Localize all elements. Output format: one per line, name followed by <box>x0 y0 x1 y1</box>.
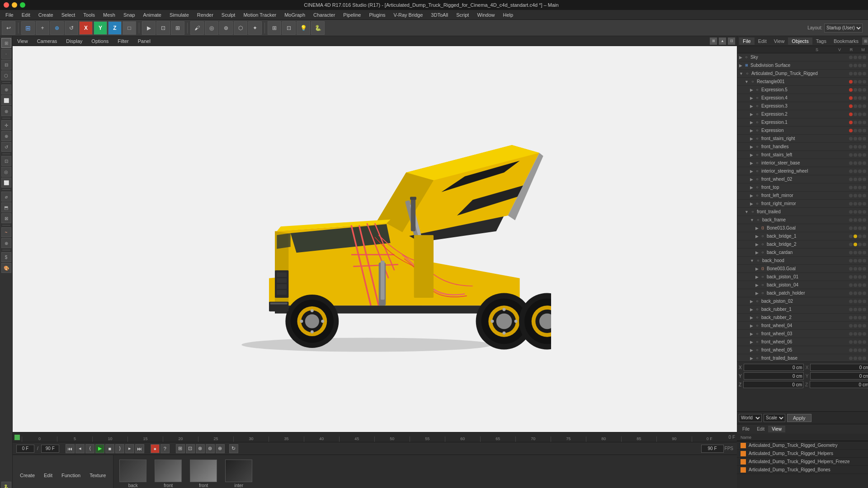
obj-dot-22-2[interactable] <box>858 235 862 238</box>
obj-dot-34-1[interactable] <box>854 332 857 336</box>
obj-item-26[interactable]: ▶⟨⟩Bone003.Goal <box>737 265 868 273</box>
prev-keyframe[interactable]: ⟨ <box>85 444 94 453</box>
obj-dot-30-2[interactable] <box>858 300 862 303</box>
record-settings[interactable]: ? <box>160 444 170 453</box>
sculpt-tool[interactable]: ◎ <box>205 21 218 35</box>
obj-dot-16-3[interactable] <box>863 186 866 189</box>
name-row-1[interactable]: Articulated_Dump_Truck_Rigged_Helpers <box>737 450 868 458</box>
polygon-tool[interactable]: ⬡ <box>234 21 247 35</box>
viewport-expand[interactable]: ⊞ <box>710 38 717 45</box>
obj-item-13[interactable]: ▶○interior_steer_base <box>737 159 868 167</box>
menu-item-animate[interactable]: Animate <box>140 11 165 19</box>
obj-item-21[interactable]: ▶⟨⟩Bone013.Goal <box>737 224 868 232</box>
menu-item-3dtoall[interactable]: 3DToAll <box>427 11 452 19</box>
material-front2[interactable]: front <box>188 460 219 488</box>
polygon-mode[interactable]: ⬡ <box>1 70 11 80</box>
br-tab-edit[interactable]: Edit <box>753 426 768 432</box>
snap-to-objects[interactable]: ◎ <box>1 167 11 177</box>
obj-dot-14-1[interactable] <box>854 169 857 173</box>
material-inter[interactable]: inter <box>223 460 255 488</box>
obj-dot-6-0[interactable] <box>849 104 853 108</box>
obj-dot-26-0[interactable] <box>849 267 853 271</box>
menu-item-v-ray-bridge[interactable]: V-Ray Bridge <box>390 11 427 19</box>
menu-item-simulate[interactable]: Simulate <box>166 11 193 19</box>
expand-arrow-20[interactable]: ▼ <box>750 218 754 222</box>
expand-arrow-28[interactable]: ▶ <box>755 283 759 287</box>
obj-dot-31-2[interactable] <box>858 308 862 311</box>
obj-dot-31-0[interactable] <box>849 308 853 311</box>
expand-arrow-11[interactable]: ▶ <box>750 145 753 149</box>
obj-item-11[interactable]: ▶○front_handles <box>737 143 868 151</box>
obj-dot-10-0[interactable] <box>849 137 853 141</box>
move-tool-left[interactable]: ✛ <box>1 120 11 130</box>
obj-dot-4-0[interactable] <box>849 88 853 92</box>
menu-item-tools[interactable]: Tools <box>80 11 99 19</box>
expand-arrow-8[interactable]: ▶ <box>750 120 753 125</box>
undo-button[interactable]: ↩ <box>2 21 15 35</box>
obj-dot-34-3[interactable] <box>863 332 866 336</box>
cb-create[interactable]: Create <box>16 472 38 479</box>
obj-dot-37-1[interactable] <box>854 357 857 360</box>
obj-dot-7-0[interactable] <box>849 113 853 116</box>
world-select[interactable]: World Object <box>739 414 762 422</box>
keyframe-auto[interactable]: ⊛ <box>206 444 215 453</box>
expand-arrow-30[interactable]: ▶ <box>750 299 753 304</box>
obj-dot-33-0[interactable] <box>849 324 853 328</box>
expand-arrow-1[interactable]: ▶ <box>739 63 742 68</box>
expand-arrow-3[interactable]: ▼ <box>745 80 749 84</box>
obj-dot-13-2[interactable] <box>858 161 862 165</box>
obj-dot-10-1[interactable] <box>854 137 857 141</box>
vt-filter[interactable]: Filter <box>115 38 131 45</box>
obj-dot-17-1[interactable] <box>854 194 857 197</box>
cb-function[interactable]: Function <box>58 472 84 479</box>
expand-arrow-21[interactable]: ▶ <box>755 226 759 230</box>
obj-dot-14-2[interactable] <box>858 169 862 173</box>
obj-dot-11-2[interactable] <box>858 145 862 149</box>
scale-tool[interactable]: ⊕ <box>50 21 64 35</box>
obj-item-15[interactable]: ▶○front_wheel_02 <box>737 175 868 183</box>
obj-dot-12-2[interactable] <box>858 153 862 157</box>
obj-item-36[interactable]: ▶○front_wheel_05 <box>737 346 868 354</box>
obj-dot-23-1[interactable] <box>854 243 857 246</box>
obj-dot-21-2[interactable] <box>858 226 862 230</box>
menu-item-sculpt[interactable]: Sculpt <box>218 11 239 19</box>
obj-dot-27-3[interactable] <box>863 275 866 279</box>
menu-item-plugins[interactable]: Plugins <box>365 11 389 19</box>
expand-arrow-16[interactable]: ▶ <box>750 185 753 190</box>
vt-view[interactable]: View <box>14 38 31 45</box>
play-button[interactable]: ▶ <box>95 444 104 453</box>
obj-dot-1-3[interactable] <box>863 64 866 67</box>
edge-mode[interactable]: ⊟ <box>1 60 11 70</box>
bridge-tool[interactable]: ⊠ <box>1 213 11 223</box>
obj-dot-35-3[interactable] <box>863 340 866 344</box>
layout-select[interactable]: Startup (User) <box>824 23 863 33</box>
obj-dot-12-0[interactable] <box>849 153 853 157</box>
dynamics-tool[interactable]: ⊕ <box>1 238 11 248</box>
obj-dot-4-3[interactable] <box>863 88 866 92</box>
obj-dot-14-3[interactable] <box>863 169 866 173</box>
obj-item-31[interactable]: ▶○back_rubber_1 <box>737 305 868 314</box>
expand-arrow-22[interactable]: ▶ <box>755 234 759 239</box>
obj-dot-17-3[interactable] <box>863 194 866 197</box>
expand-arrow-29[interactable]: ▶ <box>755 291 759 296</box>
menu-item-snap[interactable]: Snap <box>120 11 139 19</box>
menu-item-create[interactable]: Create <box>35 11 57 19</box>
expand-arrow-13[interactable]: ▶ <box>750 161 753 165</box>
obj-dot-15-3[interactable] <box>863 178 866 181</box>
paint-tool[interactable]: 🖌 <box>190 21 204 35</box>
obj-dot-9-1[interactable] <box>854 129 857 132</box>
obj-dot-15-2[interactable] <box>858 178 862 181</box>
obj-dot-15-1[interactable] <box>854 178 857 181</box>
obj-dot-32-0[interactable] <box>849 316 853 319</box>
python-btn[interactable]: 🐍 <box>311 21 325 35</box>
obj-dot-13-3[interactable] <box>863 161 866 165</box>
obj-dot-19-1[interactable] <box>854 210 857 214</box>
obj-item-23[interactable]: ▶○back_bridge_2 <box>737 240 868 249</box>
snapping-settings[interactable]: ⊡ <box>282 21 296 35</box>
menu-item-mograph[interactable]: MoGraph <box>281 11 309 19</box>
material-front[interactable]: front <box>152 460 184 488</box>
expand-arrow-24[interactable]: ▶ <box>755 250 759 255</box>
vt-display[interactable]: Display <box>63 38 85 45</box>
obj-dot-8-2[interactable] <box>858 121 862 124</box>
obj-item-30[interactable]: ▶○back_piston_02 <box>737 297 868 305</box>
